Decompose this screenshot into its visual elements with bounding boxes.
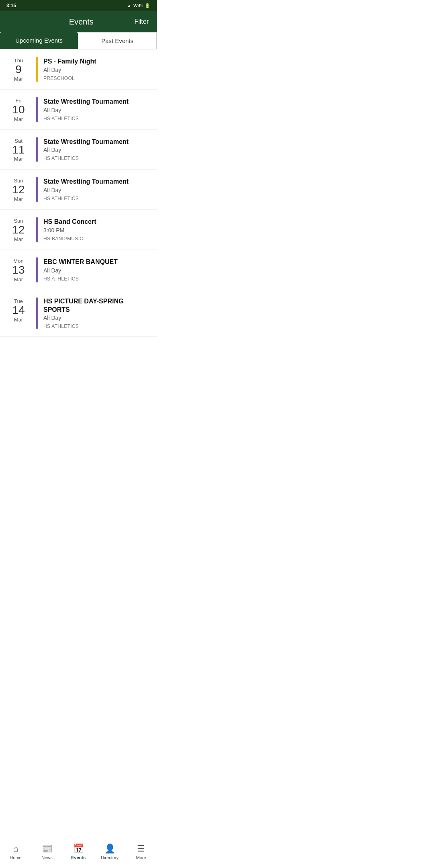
event-date-3: Sun 12 Mar <box>6 177 31 202</box>
event-color-bar-5 <box>36 257 38 283</box>
event-day-num-5: 13 <box>12 264 25 276</box>
event-title-5: EBC WINTER BANQUET <box>43 258 150 266</box>
event-date-0: Thu 9 Mar <box>6 57 31 82</box>
event-item-1[interactable]: Fri 10 Mar State Wrestling Tournament Al… <box>0 90 157 130</box>
event-time-2: All Day <box>43 147 150 153</box>
battery-icon: 🔋 <box>145 3 150 8</box>
event-day-num-2: 11 <box>12 144 25 156</box>
event-month-2: Mar <box>14 156 23 162</box>
header: Events Filter <box>0 11 157 32</box>
event-color-bar-0 <box>36 57 38 82</box>
event-month-5: Mar <box>14 276 23 283</box>
event-title-3: State Wrestling Tournament <box>43 178 150 186</box>
status-time: 3:15 <box>6 3 16 8</box>
event-color-bar-1 <box>36 97 38 122</box>
event-category-5: HS ATHLETICS <box>43 276 150 282</box>
event-date-1: Fri 10 Mar <box>6 97 31 122</box>
tab-bar: Upcoming Events Past Events <box>0 32 157 49</box>
event-month-0: Mar <box>14 76 23 82</box>
event-day-num-0: 9 <box>15 63 22 76</box>
event-date-2: Sat 11 Mar <box>6 137 31 162</box>
signal-icon: ▲ <box>127 3 131 8</box>
event-day-name-3: Sun <box>14 178 23 184</box>
event-month-4: Mar <box>14 236 23 242</box>
event-item-5[interactable]: Mon 13 Mar EBC WINTER BANQUET All Day HS… <box>0 250 157 290</box>
tab-past-events[interactable]: Past Events <box>78 32 157 49</box>
event-month-3: Mar <box>14 196 23 202</box>
event-time-3: All Day <box>43 187 150 193</box>
event-category-2: HS ATHLETICS <box>43 156 150 161</box>
event-time-6: All Day <box>43 315 150 321</box>
event-title-1: State Wrestling Tournament <box>43 98 150 106</box>
event-category-4: HS BAND/MUSIC <box>43 236 150 242</box>
event-item-2[interactable]: Sat 11 Mar State Wrestling Tournament Al… <box>0 130 157 170</box>
event-time-4: 3:00 PM <box>43 227 150 233</box>
event-details-3: State Wrestling Tournament All Day HS AT… <box>43 177 150 202</box>
event-time-5: All Day <box>43 267 150 274</box>
event-day-name-4: Sun <box>14 218 23 224</box>
event-details-6: HS PICTURE DAY-SPRING SPORTS All Day HS … <box>43 297 150 330</box>
event-title-6: HS PICTURE DAY-SPRING SPORTS <box>43 297 150 314</box>
event-item-6[interactable]: Tue 14 Mar HS PICTURE DAY-SPRING SPORTS … <box>0 290 157 337</box>
status-icons: ▲ WiFi 🔋 <box>127 3 150 8</box>
event-date-5: Mon 13 Mar <box>6 257 31 283</box>
event-details-5: EBC WINTER BANQUET All Day HS ATHLETICS <box>43 257 150 283</box>
event-day-name-0: Thu <box>14 57 23 63</box>
event-item-4[interactable]: Sun 12 Mar HS Band Concert 3:00 PM HS BA… <box>0 210 157 250</box>
event-details-2: State Wrestling Tournament All Day HS AT… <box>43 137 150 162</box>
event-details-4: HS Band Concert 3:00 PM HS BAND/MUSIC <box>43 217 150 242</box>
event-item-3[interactable]: Sun 12 Mar State Wrestling Tournament Al… <box>0 170 157 210</box>
event-title-2: State Wrestling Tournament <box>43 138 150 146</box>
event-day-num-6: 14 <box>12 304 25 317</box>
event-color-bar-2 <box>36 137 38 162</box>
event-day-num-3: 12 <box>12 184 25 196</box>
event-day-num-1: 10 <box>12 104 25 116</box>
event-details-0: PS - Family Night All Day PRESCHOOL <box>43 57 150 82</box>
event-time-1: All Day <box>43 107 150 113</box>
event-day-name-5: Mon <box>13 258 23 264</box>
tab-upcoming-events[interactable]: Upcoming Events <box>0 32 78 49</box>
event-item-0[interactable]: Thu 9 Mar PS - Family Night All Day PRES… <box>0 49 157 90</box>
wifi-icon: WiFi <box>133 3 143 8</box>
event-day-num-4: 12 <box>12 224 25 236</box>
event-month-1: Mar <box>14 116 23 122</box>
filter-button[interactable]: Filter <box>134 18 149 25</box>
event-date-4: Sun 12 Mar <box>6 217 31 242</box>
event-category-1: HS ATHLETICS <box>43 116 150 121</box>
event-time-0: All Day <box>43 67 150 73</box>
event-category-3: HS ATHLETICS <box>43 196 150 201</box>
event-date-6: Tue 14 Mar <box>6 297 31 330</box>
event-day-name-6: Tue <box>14 298 23 304</box>
event-day-name-1: Fri <box>15 98 21 104</box>
page-title: Events <box>28 17 134 27</box>
event-list: Thu 9 Mar PS - Family Night All Day PRES… <box>0 49 157 385</box>
event-month-6: Mar <box>14 317 23 323</box>
event-title-0: PS - Family Night <box>43 57 150 66</box>
event-category-0: PRESCHOOL <box>43 76 150 81</box>
event-color-bar-3 <box>36 177 38 202</box>
event-color-bar-4 <box>36 217 38 242</box>
status-bar: 3:15 ▲ WiFi 🔋 <box>0 0 157 11</box>
event-color-bar-6 <box>36 297 38 330</box>
event-category-6: HS ATHLETICS <box>43 323 150 329</box>
event-day-name-2: Sat <box>14 138 23 144</box>
event-title-4: HS Band Concert <box>43 218 150 226</box>
event-details-1: State Wrestling Tournament All Day HS AT… <box>43 97 150 122</box>
